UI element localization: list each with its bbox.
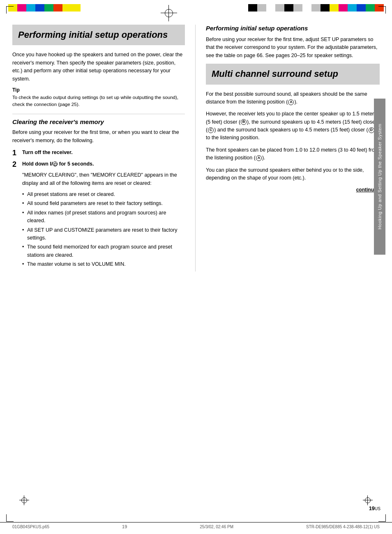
- color-bar: [62, 4, 71, 12]
- color-bar: [311, 4, 321, 12]
- color-bar: [357, 4, 366, 12]
- multi-channel-title: Multi channel surround setup: [212, 69, 374, 79]
- color-bar: [284, 4, 293, 12]
- circle-c: C: [208, 127, 214, 133]
- color-bar: [257, 4, 266, 12]
- step-1-text: Turn off the receiver.: [22, 149, 73, 155]
- circle-a-2: A: [256, 155, 262, 161]
- color-bar: [348, 4, 357, 12]
- list-item: All SET UP and CUSTOMIZE parameters are …: [22, 226, 185, 242]
- tip-text: To check the audio output during setting…: [12, 94, 185, 108]
- step-2: 2 Hold down I/⏻ for 5 seconds.: [12, 160, 185, 169]
- right-para-2: However, the receiver lets you to place …: [206, 110, 380, 142]
- right-para-4: You can place the surround speakers eith…: [206, 166, 380, 182]
- subsection-title: Clearing the receiver's memory: [12, 118, 185, 125]
- corner-mark-bl: [6, 514, 14, 522]
- corner-mark-tl: [6, 6, 14, 14]
- crosshair-bottom-left: [19, 495, 29, 505]
- page-number-area: 19US: [369, 505, 380, 511]
- tip-label: Tip: [12, 87, 185, 93]
- top-bar: [0, 0, 392, 23]
- color-bar: [266, 4, 275, 12]
- crosshair-v: [168, 5, 169, 21]
- footer: 01GB04SPKUS.p65 19 25/3/02, 02:46 PM STR…: [0, 522, 392, 529]
- color-bar: [366, 4, 375, 12]
- color-bar: [26, 4, 35, 12]
- crosshair-h: [161, 13, 177, 13]
- color-bar: [17, 4, 26, 12]
- intro-text: Once you have hooked up the speakers and…: [12, 51, 185, 83]
- color-bar: [248, 4, 257, 12]
- footer-left: 01GB04SPKUS.p65: [12, 525, 49, 529]
- right-para-1: For the best possible surround sound, al…: [206, 90, 380, 106]
- step-2-desc: "MEMORY CLEARING", then "MEMORY CLEARED"…: [22, 171, 185, 187]
- continued-text: continued: [206, 187, 380, 193]
- page-number-suffix: US: [375, 506, 380, 511]
- bullet-list: All preset stations are reset or cleared…: [22, 191, 185, 268]
- tip-section: Tip To check the audio output during set…: [12, 87, 185, 108]
- registration-mark-center: [165, 9, 173, 17]
- crosshair-bottom-right: [363, 495, 373, 505]
- subsection-clearing: Clearing the receiver's memory Before us…: [12, 118, 185, 268]
- color-bar: [330, 4, 339, 12]
- main-title-box: Performing initial setup operations: [12, 25, 185, 45]
- list-item: The sound field memorized for each progr…: [22, 243, 185, 259]
- right-section-1-title: Performing initial setup operations: [206, 25, 380, 32]
- color-bar: [53, 4, 62, 12]
- circle-d: D: [369, 127, 374, 133]
- color-bar: [321, 4, 330, 12]
- divider: [12, 114, 185, 114]
- color-bars-left: [8, 4, 90, 12]
- color-bar: [302, 4, 311, 12]
- corner-mark-br: [378, 514, 386, 522]
- color-bar: [71, 4, 81, 12]
- left-column: Performing initial setup operations Once…: [12, 25, 185, 272]
- circle-b: B: [241, 119, 247, 125]
- sidebar-tab: Hooking Up and Setting Up the Speaker Sy…: [374, 99, 385, 255]
- page-number: 19: [369, 505, 375, 511]
- color-bar: [339, 4, 348, 12]
- right-column: Performing initial setup operations Befo…: [206, 25, 380, 272]
- multi-channel-title-box: Multi channel surround setup: [206, 64, 380, 84]
- list-item: All preset stations are reset or cleared…: [22, 191, 185, 198]
- footer-center-num: 19: [122, 524, 127, 529]
- color-bar: [293, 4, 302, 12]
- main-content: Performing initial setup operations Once…: [0, 25, 392, 272]
- color-bars-right: [248, 4, 384, 12]
- list-item: The master volume is set to VOLUME MIN.: [22, 260, 185, 268]
- column-separator: [195, 25, 196, 272]
- step-2-number: 2: [12, 160, 20, 169]
- step-1: 1 Turn off the receiver.: [12, 149, 185, 158]
- list-item: All sound field parameters are reset to …: [22, 200, 185, 207]
- step-1-number: 1: [12, 149, 20, 158]
- footer-right: STR-DE985/DE885 4-238-488-12(1) US: [306, 525, 380, 529]
- footer-date: 25/3/02, 02:46 PM: [200, 525, 233, 529]
- corner-mark-tr: [378, 6, 386, 14]
- color-bar: [81, 4, 90, 12]
- color-bar: [44, 4, 53, 12]
- main-title: Performing initial setup operations: [18, 30, 179, 40]
- list-item: All index names (of preset stations and …: [22, 209, 185, 225]
- color-bar: [35, 4, 44, 12]
- right-section-1-text: Before using your receiver for the first…: [206, 36, 380, 60]
- step-2-text: Hold down I/⏻ for 5 seconds.: [22, 160, 94, 167]
- right-section-1: Performing initial setup operations Befo…: [206, 25, 380, 60]
- sidebar-text: Hooking Up and Setting Up the Speaker Sy…: [377, 124, 382, 229]
- circle-a-1: A: [288, 99, 294, 105]
- color-bar: [275, 4, 284, 12]
- right-para-3: The front speakers can be placed from 1.…: [206, 146, 380, 162]
- subsection-intro: Before using your receiver for the first…: [12, 129, 185, 145]
